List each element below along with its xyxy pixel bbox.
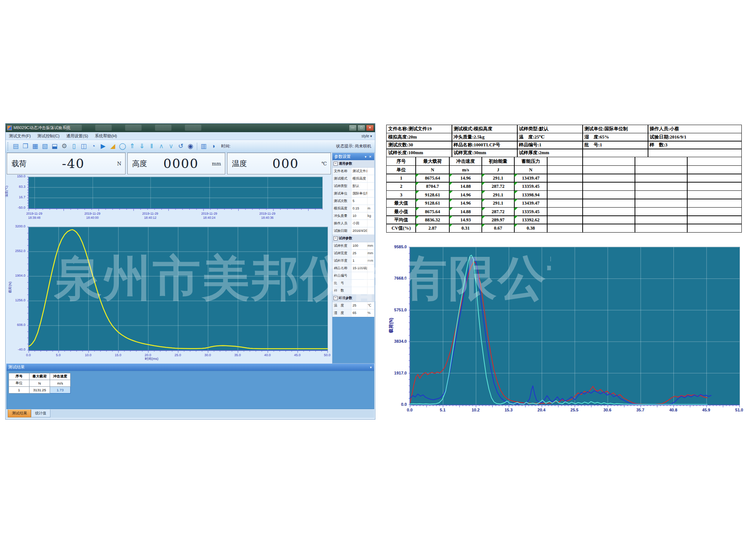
calibrate-icon[interactable]: ▯ <box>69 142 78 151</box>
results-data-cell: 1 <box>9 387 30 393</box>
property-value[interactable] <box>351 287 367 294</box>
readout-value: 0000 <box>150 156 212 171</box>
pin-close-icons[interactable]: ▾ ✕ <box>365 155 372 159</box>
titlebar-glass <box>125 125 142 131</box>
y-tick-label: 7668.0 <box>387 276 407 280</box>
tab-统计值[interactable]: 统计值 <box>31 410 50 417</box>
property-unit <box>367 287 374 294</box>
x-tick-label: 30.0 <box>199 353 216 357</box>
parameter-panel-title: 参数设置 <box>334 154 351 159</box>
x-tick-label: 40.8 <box>665 408 682 412</box>
property-value[interactable]: 默认 <box>351 183 367 190</box>
style-dropdown[interactable]: style ▾ <box>362 134 372 138</box>
minimize-button[interactable]: — <box>349 125 357 131</box>
open-file-icon[interactable]: ❒ <box>21 142 30 151</box>
report-empty-cell <box>547 182 583 191</box>
collapse-icon[interactable]: − <box>334 296 338 300</box>
results-pin-icon[interactable]: ▾ <box>370 365 372 369</box>
move-down-icon[interactable]: ⇓ <box>137 142 146 151</box>
close-button[interactable]: ✕ <box>366 125 374 131</box>
property-value[interactable] <box>351 280 367 287</box>
results-unit-row: 单位Nm/s <box>9 380 71 387</box>
date-tick-label: 2019-11-2918:40:12 <box>138 212 162 220</box>
property-value[interactable]: 5 <box>351 197 367 205</box>
y-tick-label: 1904.0 <box>7 274 25 277</box>
property-row: 样品名称15-105钢丝带 <box>332 265 374 272</box>
property-value[interactable] <box>351 272 367 279</box>
tab-测试结果[interactable]: 测试结果 <box>8 410 31 417</box>
report-info-cell: 测试单位:国际单位制 <box>582 125 648 133</box>
gauge-icon[interactable]: ◔ <box>89 142 98 151</box>
report-empty-cell <box>635 215 688 224</box>
save-icon[interactable]: ▦ <box>31 142 40 151</box>
property-group[interactable]: −通用参数 <box>332 160 374 168</box>
x-tick-label: 35.0 <box>229 353 246 357</box>
y-tick-label: -50.0 <box>7 206 25 209</box>
menu-item[interactable]: 测试文件(F) <box>6 134 34 138</box>
time-line: 18:40:12 <box>138 216 162 220</box>
collapse-icon[interactable]: − <box>334 162 338 166</box>
lock-icon[interactable]: ◉ <box>186 142 195 151</box>
jog-up-icon[interactable]: ∧ <box>157 142 166 151</box>
report-cell: 13359.45 <box>514 182 548 191</box>
report-cell: 13439.47 <box>514 199 548 208</box>
app-window: MB029C动态冲击振荡试验系统 — □ ✕ 测试文件(F)测试控制(C)通用设… <box>5 123 375 420</box>
menu-item[interactable]: 测试控制(C) <box>34 134 63 138</box>
report-cell: 13359.45 <box>514 207 548 216</box>
start-test-icon[interactable]: ▶ <box>99 142 108 151</box>
reset-icon[interactable]: ◯ <box>118 142 127 151</box>
maximize-button[interactable]: □ <box>357 125 365 131</box>
property-group-label: 通用参数 <box>339 161 352 166</box>
results-body: 序号最大载荷冲击速度单位Nm/s13131.251.73 <box>6 371 374 409</box>
property-value[interactable]: 25 <box>351 302 367 309</box>
report-cell: 14.96 <box>449 174 482 183</box>
panel-icon[interactable]: ▥ <box>199 142 208 151</box>
toolbar: ▤❒▦▧⬓⚙▯◫◔▶◢◯⇑⇓‖∧∨↺◉▥◑ 时间: 状态提示: 尚未联机 <box>6 140 375 153</box>
property-label: 样品名称 <box>332 265 351 272</box>
x-tick-label: 30.6 <box>599 408 616 412</box>
connect-device-icon[interactable]: ⬓ <box>50 142 59 151</box>
report-cell: 序号 <box>386 157 416 166</box>
property-value[interactable]: 模拟高度 <box>351 175 367 182</box>
property-group[interactable]: −环境参数 <box>332 295 374 302</box>
y-tick-label: -40.0 <box>7 348 25 351</box>
property-value[interactable]: 1 <box>351 257 367 264</box>
report-empty-cell <box>687 182 742 191</box>
property-value[interactable]: 小田 <box>351 220 367 227</box>
results-header-row: 序号最大载荷冲击速度 <box>9 373 71 380</box>
property-value[interactable]: 国际单位制 <box>351 190 367 197</box>
property-value[interactable]: 2016/4/20 <box>351 227 367 234</box>
parameter-panel-header: 参数设置 ▾ ✕ <box>332 153 374 160</box>
green-corner-icon <box>449 174 453 177</box>
property-group[interactable]: −试样参数 <box>332 235 374 242</box>
report-empty-cell <box>582 182 635 191</box>
report-empty-cell <box>582 157 635 166</box>
green-corner-icon <box>416 216 419 219</box>
property-value[interactable]: 10 <box>351 212 367 220</box>
undo-icon[interactable]: ↺ <box>176 142 185 151</box>
results-unit-cell: N <box>30 380 50 387</box>
property-value[interactable]: 25 <box>351 250 367 257</box>
io-card-icon[interactable]: ◫ <box>79 142 88 151</box>
property-label: 湿 度 <box>332 309 351 317</box>
property-value[interactable]: 0.15 <box>351 205 367 212</box>
property-value[interactable]: 65 <box>351 309 367 317</box>
close-file-icon[interactable]: ▧ <box>40 142 49 151</box>
property-row: 样 数 <box>332 287 374 295</box>
settings-gear-icon[interactable]: ⚙ <box>60 142 69 151</box>
clean-icon[interactable]: ◢ <box>108 142 117 151</box>
power-icon[interactable]: ◑ <box>209 142 218 151</box>
property-value[interactable]: 15-105钢丝带 <box>351 265 367 272</box>
property-value[interactable]: 测试文件1 <box>351 168 367 175</box>
y-tick-label: 608.0 <box>7 323 25 327</box>
new-file-icon[interactable]: ▤ <box>11 142 20 151</box>
move-up-icon[interactable]: ⇑ <box>128 142 137 151</box>
menu-item[interactable]: 通用设置(S) <box>63 134 92 138</box>
jog-down-icon[interactable]: ∨ <box>167 142 176 151</box>
property-value[interactable]: 100 <box>351 242 367 249</box>
green-corner-icon <box>482 174 485 177</box>
menu-item[interactable]: 系统帮助(H) <box>92 134 120 138</box>
date-line: 2019-11-29 <box>22 212 46 216</box>
pause-icon[interactable]: ‖ <box>147 142 156 151</box>
collapse-icon[interactable]: − <box>334 236 338 240</box>
